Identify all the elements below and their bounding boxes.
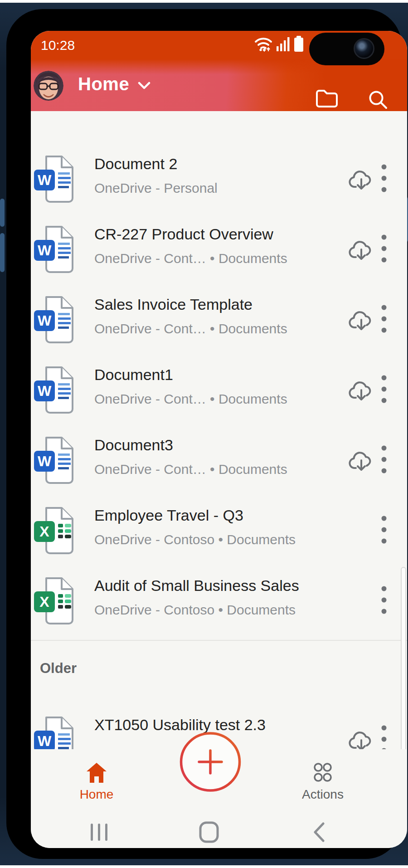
camera-cutout	[309, 33, 384, 65]
volume-up-button[interactable]	[0, 199, 5, 227]
word-file-icon	[34, 296, 76, 344]
actions-icon	[312, 762, 334, 784]
status-icons	[254, 31, 304, 59]
back-button[interactable]	[292, 816, 346, 848]
home-nav-icon	[199, 821, 219, 843]
more-options-button[interactable]	[381, 515, 387, 548]
tab-label: Actions	[273, 787, 373, 802]
cloud-download-icon	[348, 168, 374, 191]
screen: 10:28	[31, 31, 407, 848]
overflow-menu-icon	[381, 444, 387, 476]
excel-file-icon	[34, 577, 76, 625]
overflow-menu-icon	[381, 163, 387, 195]
list-scrollbar[interactable]	[401, 567, 406, 757]
document-title: CR-227 Product Overview	[94, 225, 273, 243]
page-title: Home	[78, 74, 129, 94]
more-options-button[interactable]	[381, 304, 387, 337]
battery-icon	[294, 36, 304, 54]
document-row[interactable]: CR-227 Product Overview OneDrive - Cont……	[31, 215, 407, 284]
recents-button[interactable]	[72, 816, 126, 848]
section-divider	[31, 640, 407, 641]
document-title: Audit of Small Business Sales	[94, 577, 299, 595]
cloud-download-icon	[348, 309, 374, 332]
plus-icon	[180, 732, 241, 792]
tab-label: Home	[47, 787, 146, 802]
download-button[interactable]	[348, 239, 374, 263]
volume-down-button[interactable]	[0, 233, 5, 272]
search-icon	[368, 90, 388, 110]
document-row[interactable]: Audit of Small Business Sales OneDrive -…	[31, 566, 407, 636]
document-location: OneDrive - Personal	[94, 180, 218, 196]
document-row[interactable]: Employee Travel - Q3 OneDrive - Contoso …	[31, 496, 407, 566]
document-title: Document3	[94, 436, 173, 454]
search-button[interactable]	[368, 90, 388, 111]
more-options-button[interactable]	[381, 585, 387, 618]
document-row[interactable]: Document3 OneDrive - Cont… • Documents	[31, 425, 407, 495]
word-file-icon	[34, 155, 76, 203]
document-location: OneDrive - Contoso • Documents	[94, 602, 296, 618]
phone-bezel: 10:28	[6, 9, 402, 859]
document-row[interactable]: Sales Invoice Template OneDrive - Cont… …	[31, 285, 407, 355]
older-section-label: Older	[40, 660, 77, 677]
word-file-icon	[34, 225, 76, 273]
recents-icon	[90, 823, 108, 842]
tab-home[interactable]: Home	[47, 749, 146, 808]
phone-frame: 10:28	[0, 3, 408, 865]
download-button[interactable]	[348, 168, 374, 192]
chevron-down-icon	[138, 82, 151, 90]
signal-icon	[277, 36, 290, 54]
document-location: OneDrive - Cont… • Documents	[94, 321, 287, 336]
word-file-icon	[34, 436, 76, 484]
overflow-menu-icon	[381, 304, 387, 336]
overflow-menu-icon	[381, 374, 387, 406]
document-location: OneDrive - Contoso • Documents	[94, 532, 296, 547]
more-options-button[interactable]	[381, 163, 387, 196]
overflow-menu-icon	[381, 585, 387, 617]
back-icon	[313, 822, 325, 842]
document-title: Document 2	[94, 155, 177, 173]
download-button[interactable]	[348, 449, 374, 473]
cloud-download-icon	[348, 729, 374, 752]
more-options-button[interactable]	[381, 374, 387, 407]
document-title: Document1	[94, 366, 173, 384]
overflow-menu-icon	[381, 515, 387, 546]
document-row[interactable]: Document1 OneDrive - Cont… • Documents	[31, 355, 407, 425]
home-icon	[85, 762, 108, 784]
document-title: XT1050 Usability test 2.3	[94, 716, 266, 734]
cloud-download-icon	[348, 379, 374, 402]
status-time: 10:28	[41, 31, 75, 60]
more-options-button[interactable]	[381, 444, 387, 478]
tab-actions[interactable]: Actions	[273, 749, 373, 808]
document-location: OneDrive - Cont… • Documents	[94, 391, 287, 407]
document-location: OneDrive - Cont… • Documents	[94, 251, 287, 266]
home-nav-button[interactable]	[182, 816, 236, 848]
document-title: Sales Invoice Template	[94, 296, 253, 313]
cloud-download-icon	[348, 449, 374, 472]
cloud-download-icon	[348, 239, 374, 261]
home-menu[interactable]: Home	[78, 74, 151, 94]
folder-icon	[316, 89, 338, 108]
new-document-button[interactable]	[180, 732, 241, 792]
more-options-button[interactable]	[381, 234, 387, 267]
document-row[interactable]: Document 2 OneDrive - Personal	[31, 144, 407, 214]
document-title: Employee Travel - Q3	[94, 507, 243, 524]
word-file-icon	[34, 366, 76, 414]
excel-file-icon	[34, 507, 76, 555]
camera-lens	[354, 38, 374, 59]
avatar[interactable]	[34, 71, 63, 101]
overflow-menu-icon	[381, 234, 387, 265]
open-folder-button[interactable]	[316, 89, 338, 109]
download-button[interactable]	[348, 379, 374, 403]
wifi-icon	[254, 36, 273, 54]
download-button[interactable]	[348, 309, 374, 333]
document-location: OneDrive - Cont… • Documents	[94, 462, 287, 477]
